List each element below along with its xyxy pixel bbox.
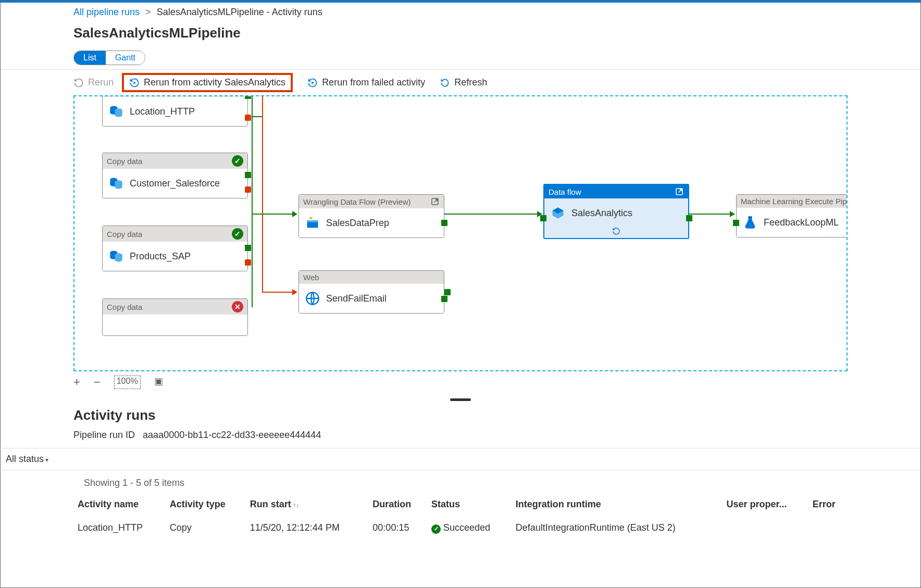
pipeline-canvas[interactable]: Copy data✓ Location_HTTP Copy data✓ Cust… bbox=[73, 95, 848, 371]
zoom-in-button[interactable]: + bbox=[73, 376, 80, 389]
activity-node-dataflow[interactable]: Data flow SalesAnalytics bbox=[543, 184, 689, 239]
zoom-reset-button[interactable]: ▣ bbox=[154, 376, 163, 389]
rerun-icon bbox=[307, 78, 318, 88]
rerun-from-failed-button[interactable]: Rerun from failed activity bbox=[307, 77, 425, 88]
pipeline-run-id: Pipeline run ID aaaa0000-bb11-cc22-dd33-… bbox=[73, 430, 848, 441]
table-icon bbox=[305, 216, 320, 230]
rerun-button[interactable]: Rerun bbox=[73, 77, 114, 88]
svg-marker-1 bbox=[312, 81, 314, 84]
zoom-out-button[interactable]: − bbox=[94, 376, 101, 389]
highlight-rerun-from-activity: Rerun from activity SalesAnalytics bbox=[122, 73, 293, 92]
activity-name: FeedbackLoopML bbox=[764, 217, 839, 228]
status-success-icon: ✓ bbox=[232, 155, 243, 167]
col-error[interactable]: Error bbox=[808, 494, 848, 515]
ml-flask-icon bbox=[743, 215, 757, 230]
activity-name: Products_SAP bbox=[130, 251, 191, 262]
col-activity-type[interactable]: Activity type bbox=[166, 494, 246, 515]
svg-marker-0 bbox=[133, 81, 136, 84]
activity-runs-table: Activity name Activity type Run start Du… bbox=[73, 494, 848, 541]
result-count: Showing 1 - 5 of 5 items bbox=[73, 470, 848, 494]
breadcrumb: All pipeline runs > SalesAnalyticsMLPipe… bbox=[1, 3, 920, 20]
status-filter-dropdown[interactable]: All status bbox=[6, 454, 48, 464]
refresh-icon bbox=[440, 78, 450, 88]
activity-node-ml[interactable]: Machine Learning Execute Pipeline Feedba… bbox=[736, 194, 848, 237]
svg-rect-10 bbox=[307, 220, 318, 222]
refresh-button[interactable]: Refresh bbox=[440, 77, 487, 88]
activity-runs-heading: Activity runs bbox=[73, 407, 848, 423]
col-activity-name[interactable]: Activity name bbox=[73, 494, 166, 515]
activity-node-products[interactable]: Copy data✓ Products_SAP bbox=[102, 226, 248, 271]
globe-icon bbox=[305, 291, 320, 306]
col-integration-runtime[interactable]: Integration runtime bbox=[512, 494, 723, 515]
in-progress-icon bbox=[612, 227, 621, 236]
col-duration[interactable]: Duration bbox=[368, 494, 427, 515]
activity-name: Customer_Salesforce bbox=[130, 178, 220, 189]
database-icon bbox=[109, 176, 123, 191]
database-icon bbox=[109, 104, 123, 119]
view-gantt-tab[interactable]: Gantt bbox=[106, 51, 145, 65]
breadcrumb-root[interactable]: All pipeline runs bbox=[73, 7, 140, 17]
activity-node-location[interactable]: Copy data✓ Location_HTTP bbox=[102, 95, 248, 127]
table-row[interactable]: Location_HTTP Copy 11/5/20, 12:12:44 PM … bbox=[73, 515, 848, 541]
status-success-icon: ✓ bbox=[431, 524, 441, 534]
svg-rect-15 bbox=[749, 216, 752, 217]
rerun-icon bbox=[129, 78, 140, 88]
page-title: SalesAnalyticsMLPipeline bbox=[1, 20, 920, 51]
view-toggle: List Gantt bbox=[73, 51, 848, 65]
col-user-properties[interactable]: User proper... bbox=[722, 494, 808, 515]
open-external-icon[interactable] bbox=[430, 197, 440, 206]
open-external-icon[interactable] bbox=[675, 187, 684, 196]
col-run-start[interactable]: Run start bbox=[246, 494, 369, 515]
activity-name: SalesAnalytics bbox=[571, 208, 632, 219]
activity-name: SalesDataPrep bbox=[326, 218, 389, 229]
activity-name: Location_HTTP bbox=[130, 106, 195, 117]
activity-node-wrangle[interactable]: Wrangling Data Flow (Preview) SalesDataP… bbox=[298, 194, 444, 238]
rerun-icon bbox=[73, 78, 84, 88]
col-status[interactable]: Status bbox=[427, 494, 512, 515]
activity-node-web[interactable]: Web SendFailEmail bbox=[298, 270, 444, 314]
breadcrumb-leaf: SalesAnalyticsMLPipeline - Activity runs bbox=[157, 7, 322, 17]
status-success-icon: ✓ bbox=[232, 228, 243, 240]
dataflow-icon bbox=[551, 206, 565, 220]
splitter-handle[interactable] bbox=[450, 398, 471, 401]
zoom-fit-button[interactable]: 100% bbox=[114, 376, 141, 389]
rerun-from-activity-button[interactable]: Rerun from activity SalesAnalytics bbox=[129, 77, 285, 88]
activity-node-partial[interactable]: Copy data✕ bbox=[102, 298, 248, 336]
status-error-icon: ✕ bbox=[232, 301, 243, 312]
view-list-tab[interactable]: List bbox=[74, 51, 106, 65]
activity-node-customer[interactable]: Copy data✓ Customer_Salesforce bbox=[102, 153, 248, 198]
toolbar: Rerun Rerun from activity SalesAnalytics… bbox=[1, 69, 920, 95]
database-icon bbox=[109, 249, 123, 264]
activity-name: SendFailEmail bbox=[326, 293, 387, 304]
